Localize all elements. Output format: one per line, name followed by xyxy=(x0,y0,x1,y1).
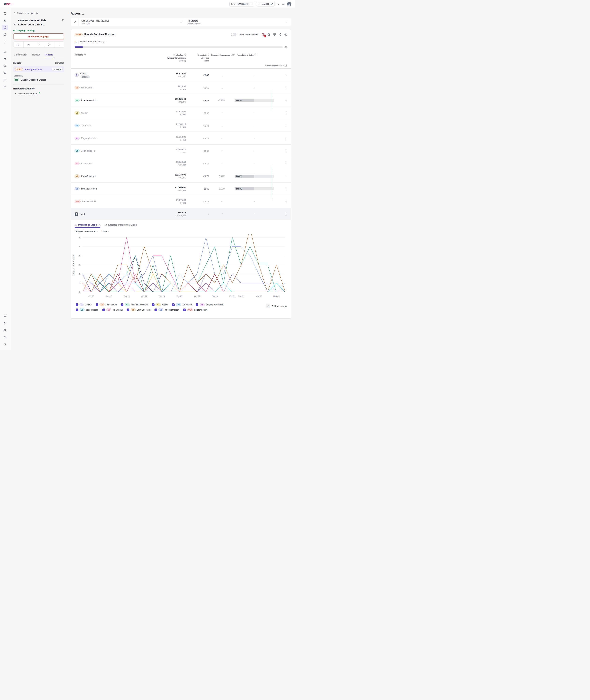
variations-filter-icon[interactable] xyxy=(84,54,86,56)
date-filter-select[interactable]: Oct 14, 2025 - Nov 06, 2025 Date Filter xyxy=(79,18,185,26)
row-menu-kebab-icon[interactable] xyxy=(285,99,287,102)
metric-dropdown[interactable]: Unique Conversions xyxy=(75,230,98,233)
legend-item-v1[interactable]: ✓V1Plan starten xyxy=(96,303,117,306)
star-icon xyxy=(76,34,78,35)
tab-date-range-graph[interactable]: Date Range Graph ? xyxy=(75,224,100,227)
book-icon[interactable] xyxy=(273,33,276,36)
data-quality-heart-icon[interactable]: 1 xyxy=(262,33,265,36)
kebab-button[interactable] xyxy=(54,42,64,47)
sidebar-item-dashboard[interactable] xyxy=(2,11,8,16)
sidebar-item-ab-testing[interactable]: AB xyxy=(2,25,8,30)
tab-review[interactable]: Review xyxy=(32,52,40,58)
help-icon[interactable]: ? xyxy=(232,54,234,56)
sidebar-item-funnel-split[interactable] xyxy=(2,38,8,44)
help-icon[interactable]: ? xyxy=(184,54,186,56)
archive-button[interactable] xyxy=(13,42,23,47)
checkbox-checked-icon[interactable]: ✓ xyxy=(121,303,123,306)
compare-link[interactable]: Compare xyxy=(55,62,64,64)
row-menu-kebab-icon[interactable] xyxy=(285,124,287,127)
metric-name[interactable]: Shopify Purchase Revenue xyxy=(84,33,115,36)
edit-pencil-icon[interactable] xyxy=(62,18,64,21)
help-icon[interactable]: ? xyxy=(285,65,287,67)
legend-item-v3[interactable]: ✓V3Weiter xyxy=(152,303,168,306)
info-icon[interactable]: i xyxy=(103,41,105,43)
visitor-segment-select[interactable]: All Visitors Visitor Segments xyxy=(185,18,291,26)
conclusion-text[interactable]: Conclusion in 30+ days xyxy=(79,40,102,43)
legend-item-v10[interactable]: ✓V10Letzter Schritt xyxy=(183,308,207,311)
checkbox-checked-icon[interactable]: ✓ xyxy=(183,308,186,311)
sidebar-item-lab[interactable] xyxy=(2,18,8,23)
metric-m2-item[interactable]: M2 Shopify Checkout Started xyxy=(13,78,64,82)
play-circle-icon[interactable] xyxy=(82,12,84,15)
checkbox-checked-icon[interactable]: ✓ xyxy=(96,303,98,306)
legend-item-v2[interactable]: ✓V2inne heute sichern xyxy=(121,303,148,306)
row-menu-kebab-icon[interactable] xyxy=(285,111,287,115)
row-menu-kebab-icon[interactable] xyxy=(285,162,287,166)
row-menu-kebab-icon[interactable] xyxy=(285,212,287,216)
row-menu-kebab-icon[interactable] xyxy=(285,86,287,90)
help-icon[interactable]: ? xyxy=(98,224,100,226)
row-menu-kebab-icon[interactable] xyxy=(285,174,287,178)
checkbox-checked-icon[interactable]: ✓ xyxy=(76,303,78,306)
user-avatar[interactable] xyxy=(287,2,291,6)
bell-icon[interactable] xyxy=(282,3,285,5)
conclusion-progress-bar xyxy=(75,46,283,47)
legend-item-v5[interactable]: ✓V5Zugang freischalten xyxy=(196,303,224,306)
sidebar-item-data-stack[interactable] xyxy=(2,77,8,83)
row-menu-kebab-icon[interactable] xyxy=(285,200,287,203)
sidebar-item-screen-play[interactable] xyxy=(2,70,8,76)
row-menu-kebab-icon[interactable] xyxy=(285,136,287,140)
sidebar-item-window-history[interactable] xyxy=(2,334,8,340)
checkbox-checked-icon[interactable]: ✓ xyxy=(155,308,157,311)
checkbox-checked-icon[interactable]: ✓ xyxy=(127,308,129,311)
account-selector[interactable]: Inne #996036 xyxy=(229,2,255,6)
sidebar-item-plans-grid[interactable] xyxy=(2,31,8,37)
back-to-campaigns-link[interactable]: Back to campaigns list xyxy=(13,12,64,14)
row-menu-kebab-icon[interactable] xyxy=(285,187,287,191)
total-value: €11,969.00 xyxy=(149,186,186,189)
duplicate-button[interactable] xyxy=(34,42,44,47)
copy-icon[interactable] xyxy=(247,3,248,5)
checkbox-checked-icon[interactable]: ✓ xyxy=(196,303,198,306)
tab-expected-improvement-graph[interactable]: Expected Improvement Graph xyxy=(105,224,137,227)
legend-item-v7[interactable]: ✓V7Ich will das xyxy=(102,308,123,311)
sidebar-item-archive-box[interactable] xyxy=(2,56,8,62)
checkbox-checked-icon[interactable]: ✓ xyxy=(76,308,78,311)
legend-item-v9[interactable]: ✓V9inne jetzt testen xyxy=(155,308,179,311)
need-help-button[interactable]: Need Help? xyxy=(257,2,275,6)
envelope-icon xyxy=(27,43,30,46)
metric-m1-item[interactable]: M1 Shopify Purchas... Primary xyxy=(13,66,64,72)
legend-item-v8[interactable]: ✓V8Zum Checkout xyxy=(127,308,151,311)
sidebar-item-preferences[interactable] xyxy=(2,327,8,333)
sidebar-item-video-tutorials[interactable] xyxy=(2,313,8,319)
refresh-icon[interactable] xyxy=(279,33,282,36)
checkbox-checked-icon[interactable]: ✓ xyxy=(102,308,105,311)
legend-item-c[interactable]: ✓CControl xyxy=(76,303,92,306)
granularity-dropdown[interactable]: Daily xyxy=(102,230,110,233)
sidebar-item-deploy[interactable] xyxy=(2,49,8,55)
legend-item-v4[interactable]: ✓V4Zur Kasse xyxy=(172,303,192,306)
sidebar-item-quick-actions[interactable] xyxy=(2,320,8,326)
sidebar-item-target[interactable] xyxy=(2,63,8,69)
gear-icon[interactable] xyxy=(284,33,287,36)
checkbox-checked-icon[interactable]: ✓ xyxy=(152,303,155,306)
bell-outline-icon[interactable] xyxy=(285,46,287,48)
help-icon[interactable]: ? xyxy=(207,54,209,56)
sidebar-item-calendar[interactable] xyxy=(2,84,8,90)
checkbox-checked-icon[interactable]: ✓ xyxy=(172,303,175,306)
history-button[interactable] xyxy=(44,42,54,47)
sidebar-item-side-panel[interactable] xyxy=(2,341,8,347)
tab-configuration[interactable]: Configuration xyxy=(14,52,27,58)
row-menu-kebab-icon[interactable] xyxy=(285,73,287,77)
in-depth-toggle[interactable] xyxy=(231,33,236,36)
legend-item-v6[interactable]: ✓V6Jetzt loslegen xyxy=(76,308,98,311)
session-recordings-item[interactable]: Session Recordings xyxy=(13,92,64,95)
tab-reports[interactable]: Reports xyxy=(44,52,54,58)
row-menu-kebab-icon[interactable] xyxy=(285,149,287,153)
help-icon[interactable]: ? xyxy=(255,54,257,56)
total-value: €1,141.10 xyxy=(149,123,186,125)
activity-pulse-icon[interactable] xyxy=(277,3,280,5)
envelope-button[interactable] xyxy=(23,42,34,47)
pause-campaign-button[interactable]: Pause Campaign xyxy=(13,33,64,39)
pie-chart-icon[interactable] xyxy=(267,33,270,36)
